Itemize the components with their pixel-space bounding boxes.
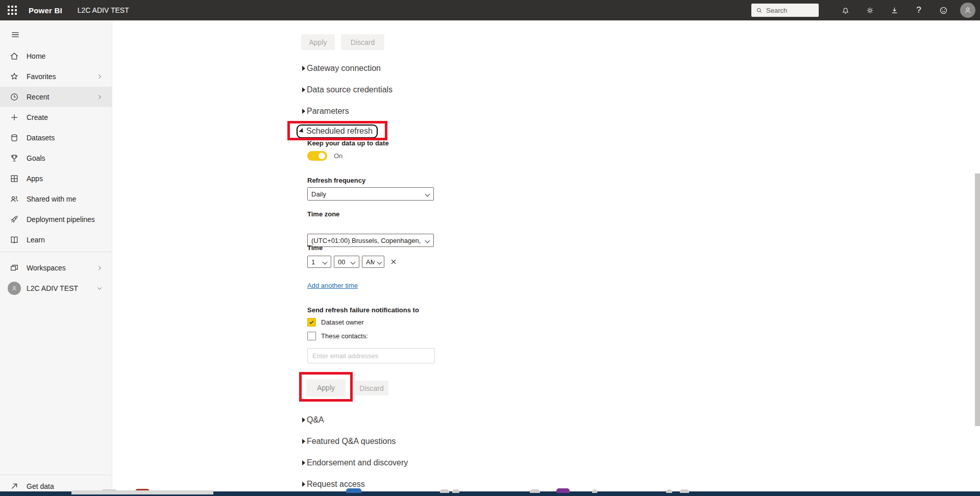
peek-icon-blue bbox=[346, 488, 361, 493]
feedback-button[interactable] bbox=[931, 0, 955, 20]
time-row: 1 00 AM bbox=[307, 256, 399, 268]
dataset-owner-row: Dataset owner bbox=[307, 318, 364, 327]
these-contacts-row: These contacts: bbox=[307, 332, 368, 340]
apply-button-top[interactable]: Apply bbox=[301, 34, 335, 50]
sidebar-item-label: Goals bbox=[27, 154, 45, 162]
settings-button[interactable] bbox=[857, 0, 882, 20]
chevron-down-icon bbox=[95, 284, 104, 292]
sidebar-item-deployment-pipelines[interactable]: Deployment pipelines bbox=[0, 209, 112, 230]
refresh-enabled-toggle[interactable] bbox=[307, 151, 327, 161]
sidebar-item-recent[interactable]: Recent bbox=[0, 87, 112, 107]
settings-content: Apply Discard Gateway connection Data so… bbox=[112, 20, 980, 496]
nav-collapse-button[interactable] bbox=[3, 24, 28, 45]
dataset-icon bbox=[9, 133, 19, 143]
section-endorsement[interactable]: Endorsement and discovery bbox=[302, 458, 408, 467]
toggle-knob bbox=[318, 153, 325, 159]
sidebar-item-label: Home bbox=[27, 52, 45, 60]
notifications-button[interactable] bbox=[833, 0, 857, 20]
sidebar-item-create[interactable]: Create bbox=[0, 107, 112, 128]
app-launcher-button[interactable] bbox=[0, 0, 24, 20]
account-avatar bbox=[960, 3, 975, 18]
select-value: 1 bbox=[311, 258, 315, 266]
top-button-row: Apply Discard bbox=[301, 34, 384, 50]
sidebar-item-datasets[interactable]: Datasets bbox=[0, 128, 112, 148]
clock-icon bbox=[9, 92, 19, 102]
section-label: Q&A bbox=[307, 415, 324, 425]
workspace-items: WorkspacesL2C ADIV TEST bbox=[0, 258, 112, 299]
add-another-time-link[interactable]: Add another time bbox=[307, 282, 358, 289]
header-workspace-title: L2C ADIV TEST bbox=[78, 6, 129, 14]
select-value: Daily bbox=[311, 190, 326, 198]
caret-right-icon bbox=[302, 482, 305, 487]
section-scheduled-refresh[interactable]: Scheduled refresh bbox=[297, 125, 378, 138]
section-label: Data source credentials bbox=[307, 85, 393, 94]
search-icon bbox=[755, 7, 763, 14]
sidebar-item-l2c-adiv-test[interactable]: L2C ADIV TEST bbox=[0, 278, 112, 299]
select-value: AM bbox=[366, 258, 375, 266]
chevron-down-icon bbox=[377, 260, 382, 265]
section-request-access[interactable]: Request access bbox=[302, 480, 365, 489]
sidebar-item-home[interactable]: Home bbox=[0, 46, 112, 66]
download-icon bbox=[890, 6, 899, 15]
sidebar-item-shared-with-me[interactable]: Shared with me bbox=[0, 189, 112, 209]
hour-select[interactable]: 1 bbox=[307, 256, 331, 268]
sidebar-item-label: Apps bbox=[27, 175, 43, 183]
people-icon bbox=[9, 194, 19, 204]
notifications-label: Send refresh failure notifications to bbox=[307, 306, 419, 314]
sidebar-item-apps[interactable]: Apps bbox=[0, 168, 112, 189]
email-addresses-input[interactable] bbox=[307, 348, 435, 363]
caret-right-icon bbox=[302, 417, 305, 423]
help-icon: ? bbox=[916, 5, 921, 15]
sidebar-item-label: Workspaces bbox=[27, 264, 66, 272]
search-box[interactable] bbox=[751, 4, 819, 17]
download-button[interactable] bbox=[882, 0, 906, 20]
gear-icon bbox=[865, 6, 875, 15]
account-button[interactable] bbox=[955, 0, 980, 20]
sidebar-item-label: Favorites bbox=[27, 72, 56, 81]
sidebar-item-goals[interactable]: Goals bbox=[0, 148, 112, 168]
caret-right-icon bbox=[302, 439, 305, 444]
peek-icon-gray-3 bbox=[452, 489, 459, 493]
sidebar-item-label: Create bbox=[27, 113, 48, 121]
discard-button-top[interactable]: Discard bbox=[341, 34, 384, 50]
checkbox-label: Dataset owner bbox=[321, 318, 364, 326]
caret-right-icon bbox=[302, 66, 305, 71]
sidebar-item-workspaces[interactable]: Workspaces bbox=[0, 258, 112, 278]
section-gateway-connection[interactable]: Gateway connection bbox=[302, 64, 381, 73]
sidebar-item-favorites[interactable]: Favorites bbox=[0, 66, 112, 87]
nav-footer-divider bbox=[0, 475, 112, 475]
sidebar-item-label: L2C ADIV TEST bbox=[27, 284, 78, 292]
refresh-toggle-row: On bbox=[307, 151, 342, 161]
peek-icon-gray-7 bbox=[680, 489, 689, 493]
star-icon bbox=[9, 71, 19, 82]
rocket-icon bbox=[9, 214, 19, 225]
help-button[interactable]: ? bbox=[906, 0, 931, 20]
remove-time-button[interactable] bbox=[388, 256, 399, 267]
section-qa[interactable]: Q&A bbox=[302, 415, 324, 425]
section-featured-qa[interactable]: Featured Q&A questions bbox=[302, 437, 396, 446]
minute-select[interactable]: 00 bbox=[334, 256, 359, 268]
vertical-scrollbar-thumb[interactable] bbox=[975, 173, 980, 426]
discard-button[interactable]: Discard bbox=[355, 381, 388, 395]
chevron-down-icon bbox=[323, 260, 328, 265]
sidebar-item-label: Deployment pipelines bbox=[27, 215, 95, 224]
peek-icon-purple bbox=[556, 488, 570, 493]
section-label: Featured Q&A questions bbox=[307, 437, 396, 446]
section-parameters[interactable]: Parameters bbox=[302, 107, 349, 116]
dataset-owner-checkbox[interactable] bbox=[307, 318, 316, 327]
these-contacts-checkbox[interactable] bbox=[307, 332, 316, 340]
section-data-source-credentials[interactable]: Data source credentials bbox=[302, 85, 393, 94]
chevron-right-icon bbox=[95, 93, 104, 101]
ampm-select[interactable]: AM bbox=[362, 256, 384, 268]
time-label: Time bbox=[307, 244, 323, 252]
search-input[interactable] bbox=[766, 7, 809, 14]
chevron-down-icon bbox=[425, 238, 430, 243]
sidebar-item-learn[interactable]: Learn bbox=[0, 230, 112, 250]
timezone-select[interactable]: (UTC+01:00) Brussels, Copenhagen, M bbox=[307, 234, 434, 247]
checkmark-icon bbox=[308, 319, 315, 326]
chevron-right-icon bbox=[95, 264, 104, 272]
apply-button[interactable]: Apply bbox=[306, 379, 346, 396]
caret-right-icon bbox=[302, 87, 305, 92]
sidebar-item-label: Datasets bbox=[27, 134, 55, 142]
refresh-frequency-select[interactable]: Daily bbox=[307, 187, 434, 201]
